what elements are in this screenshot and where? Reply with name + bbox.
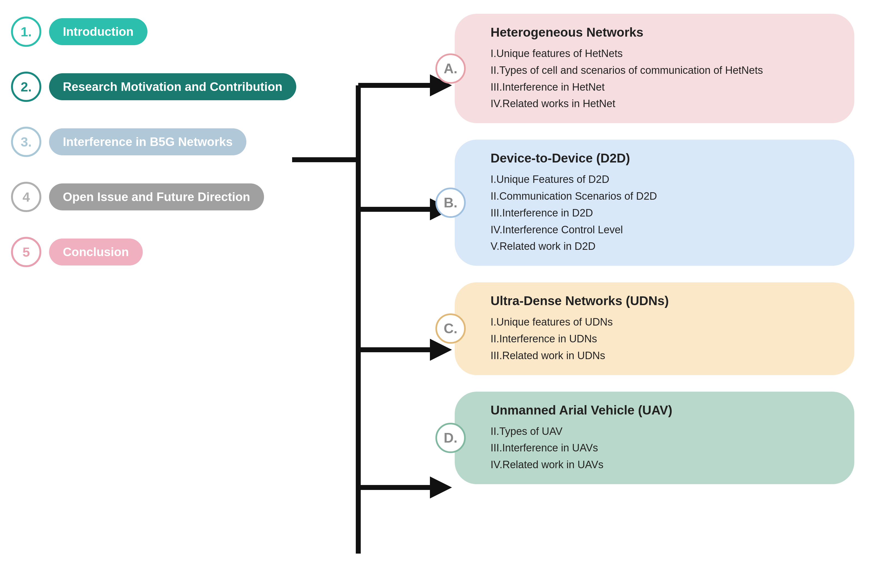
card-item: V.Related work in D2D [490, 238, 835, 255]
card-item: III.Interference in UAVs [490, 440, 835, 456]
card-items-d2d: I.Unique Features of D2D II.Communicatio… [490, 171, 835, 255]
card-item: II.Interference in UDNs [490, 330, 835, 347]
card-title-uav: Unmanned Arial Vehicle (UAV) [490, 403, 835, 417]
letter-circle-c: C. [435, 314, 466, 344]
card-item: I.Unique features of HetNets [490, 45, 835, 62]
card-item: IV.Related work in UAVs [490, 456, 835, 473]
card-uav: D. Unmanned Arial Vehicle (UAV) II.Types… [455, 392, 854, 484]
svg-marker-8 [430, 477, 452, 498]
nav-item-open-issue: 4 Open Issue and Future Direction [11, 182, 296, 212]
letter-circle-a: A. [435, 53, 466, 84]
nav-item-research: 2. Research Motivation and Contribution [11, 72, 296, 102]
card-item: II.Communication Scenarios of D2D [490, 188, 835, 205]
circle-3: 3. [11, 127, 41, 157]
nav-item-interference: 3. Interference in B5G Networks [11, 127, 296, 157]
nav-item-introduction: 1. Introduction [11, 16, 296, 47]
card-item: III.Related work in UDNs [490, 347, 835, 364]
circle-1: 1. [11, 16, 41, 47]
circle-2: 2. [11, 72, 41, 102]
letter-circle-b: B. [435, 188, 466, 218]
card-title-udn: Ultra-Dense Networks (UDNs) [490, 293, 835, 308]
card-title-hetnet: Heterogeneous Networks [490, 25, 835, 40]
card-item: III.Interference in D2D [490, 205, 835, 221]
pill-introduction: Introduction [49, 18, 147, 45]
pill-research: Research Motivation and Contribution [49, 73, 296, 100]
pill-interference: Interference in B5G Networks [49, 128, 247, 155]
card-items-uav: II.Types of UAV III.Interference in UAVs… [490, 423, 835, 473]
card-udn: C. Ultra-Dense Networks (UDNs) I.Unique … [455, 282, 854, 375]
card-item: IV.Interference Control Level [490, 221, 835, 238]
circle-4: 4 [11, 182, 41, 212]
pill-conclusion: Conclusion [49, 238, 143, 266]
card-hetnet: A. Heterogeneous Networks I.Unique featu… [455, 14, 854, 123]
card-item: I.Unique features of UDNs [490, 314, 835, 330]
letter-circle-d: D. [435, 423, 466, 453]
pill-open-issue: Open Issue and Future Direction [49, 183, 264, 210]
card-item: II.Types of UAV [490, 423, 835, 440]
left-navigation: 1. Introduction 2. Research Motivation a… [11, 16, 296, 267]
diagram-container: 1. Introduction 2. Research Motivation a… [0, 0, 886, 588]
right-column: A. Heterogeneous Networks I.Unique featu… [455, 14, 854, 484]
card-title-d2d: Device-to-Device (D2D) [490, 151, 835, 165]
card-item: I.Unique Features of D2D [490, 171, 835, 188]
nav-item-conclusion: 5 Conclusion [11, 237, 296, 267]
card-items-udn: I.Unique features of UDNs II.Interferenc… [490, 314, 835, 364]
card-items-hetnet: I.Unique features of HetNets II.Types of… [490, 45, 835, 112]
card-d2d: B. Device-to-Device (D2D) I.Unique Featu… [455, 140, 854, 266]
circle-5: 5 [11, 237, 41, 267]
card-item: IV.Related works in HetNet [490, 95, 835, 112]
card-item: II.Types of cell and scenarios of commun… [490, 62, 835, 79]
card-item: III.Interference in HetNet [490, 79, 835, 96]
